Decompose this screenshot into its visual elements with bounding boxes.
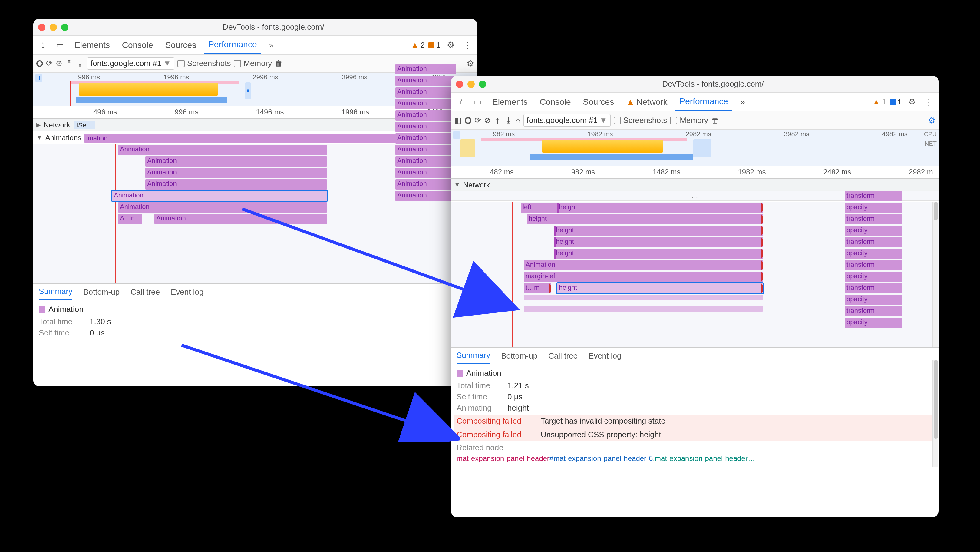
upload-icon[interactable]: ⭱ [494,116,502,125]
anim-bar[interactable]: height [554,248,763,259]
dock-icon[interactable]: ◧ [454,116,462,125]
collapse-icon[interactable]: ▼ [36,134,42,141]
anim-bar[interactable]: opacity [845,202,902,213]
divider[interactable] [920,191,920,347]
related-node-link[interactable]: mat-expansion-panel-header#mat-expansion… [457,454,933,463]
anim-bar[interactable]: opacity [845,272,902,282]
range-handle[interactable]: ⏸ [245,82,251,99]
anim-bar[interactable]: transform [845,191,902,201]
minimize-icon[interactable] [50,24,57,31]
zoom-icon[interactable] [61,24,68,31]
anim-bar[interactable]: transform [845,260,902,270]
anim-bar[interactable]: Animation [395,64,456,75]
anim-bar[interactable]: transform [845,283,902,293]
scroll-thumb[interactable] [934,360,938,439]
reload-record-button[interactable]: ⟳ [474,116,481,125]
target-select[interactable]: fonts.google.com #1▼ [523,114,611,127]
anim-bar[interactable]: transform [845,214,902,224]
anim-bar[interactable] [524,306,763,312]
anim-bar[interactable]: Animation [145,156,327,167]
settings-icon[interactable]: ⚙ [905,95,918,109]
anim-bar[interactable]: Animation [145,168,327,178]
upload-icon[interactable]: ⭱ [65,59,73,68]
flame-chart[interactable]: left height height height height height … [451,202,939,347]
record-button[interactable] [36,60,43,67]
track-network[interactable]: ▼ Network [451,179,939,191]
anim-bar[interactable]: Animation [395,110,456,121]
inspect-icon[interactable]: ⟟ [36,38,50,52]
close-icon[interactable] [38,24,45,31]
collapse-icon[interactable]: ▼ [454,181,460,188]
tab-eventlog[interactable]: Event log [589,348,621,364]
tab-elements[interactable]: Elements [70,36,114,54]
anim-bar[interactable]: Animation [395,122,456,132]
reload-record-button[interactable]: ⟳ [46,59,52,68]
tab-sources[interactable]: Sources [161,36,200,54]
memory-toggle[interactable]: Memory [670,116,708,125]
anim-bar[interactable] [524,294,763,300]
issues-badge[interactable]: ▲1 [872,97,886,107]
tab-calltree[interactable]: Call tree [130,284,160,300]
messages-badge[interactable]: 1 [428,41,440,49]
anim-bar[interactable]: Animation [395,99,456,109]
record-button[interactable] [465,117,471,124]
anim-bar-header[interactable]: imation [84,134,423,143]
tab-console[interactable]: Console [118,36,158,54]
tab-more[interactable]: » [265,36,278,54]
anim-bar[interactable]: height [527,214,763,224]
anim-bar[interactable]: t…m [524,283,551,293]
titlebar[interactable]: DevTools - fonts.google.com/ [451,76,939,93]
anim-bar-selected[interactable]: height [557,283,763,293]
zoom-icon[interactable] [479,81,486,88]
anim-bar[interactable]: A…n [118,214,142,224]
anim-bar[interactable]: Animation [395,156,456,167]
scrollbar[interactable] [932,202,938,347]
issues-badge[interactable]: ▲2 [411,40,425,50]
device-toolbar-icon[interactable]: ▭ [53,38,67,52]
tab-more[interactable]: » [736,93,749,111]
anim-bar[interactable]: height [557,202,763,213]
tab-bottomup[interactable]: Bottom-up [83,284,119,300]
anim-bar[interactable]: Animation [524,260,763,270]
anim-bar[interactable]: opacity [845,294,902,305]
gc-icon[interactable]: 🗑 [275,59,283,68]
messages-badge[interactable]: 1 [890,98,902,106]
target-select[interactable]: fonts.google.com #1▼ [87,57,174,70]
clear-button[interactable]: ⊘ [484,116,491,125]
download-icon[interactable]: ⭳ [76,59,84,68]
anim-bar[interactable]: Animation [395,179,456,189]
tab-console[interactable]: Console [536,93,575,111]
tab-calltree[interactable]: Call tree [548,348,578,364]
kebab-icon[interactable]: ⋮ [461,38,474,52]
tab-summary[interactable]: Summary [457,348,490,364]
anim-bar[interactable]: transform [845,306,902,317]
flame-ruler[interactable]: 482 ms 982 ms 1482 ms 1982 ms 2482 ms 29… [451,166,939,179]
anim-bar[interactable]: opacity [845,318,902,328]
screenshots-toggle[interactable]: Screenshots [614,116,667,125]
capture-settings-icon[interactable]: ⚙ [928,115,935,126]
anim-bar[interactable]: height [554,237,763,247]
tab-sources[interactable]: Sources [579,93,618,111]
anim-bar[interactable]: Animation [395,87,456,97]
tab-elements[interactable]: Elements [488,93,532,111]
net-chip[interactable]: tSe… [75,121,95,129]
tab-summary[interactable]: Summary [39,284,72,300]
screenshots-toggle[interactable]: Screenshots [177,59,231,68]
minimize-icon[interactable] [468,81,475,88]
download-icon[interactable]: ⭳ [505,116,512,125]
gc-icon[interactable]: 🗑 [711,116,719,125]
home-icon[interactable]: ⌂ [515,116,520,125]
tab-performance[interactable]: Performance [675,93,732,111]
anim-bar[interactable]: Animation [395,133,456,143]
inspect-icon[interactable]: ⟟ [454,95,468,109]
anim-bar[interactable]: height [554,226,763,236]
expand-icon[interactable]: ▶ [36,121,41,128]
kebab-icon[interactable]: ⋮ [922,95,935,109]
tab-eventlog[interactable]: Event log [171,284,204,300]
anim-bar[interactable]: opacity [845,248,902,259]
tab-bottomup[interactable]: Bottom-up [501,348,538,364]
overview-timeline[interactable]: ⏸ 982 ms 1982 ms 2982 ms 3982 ms 4982 ms… [451,130,939,166]
tab-performance[interactable]: Performance [204,36,261,54]
close-icon[interactable] [456,81,463,88]
anim-bar[interactable]: margin-left [524,272,763,282]
